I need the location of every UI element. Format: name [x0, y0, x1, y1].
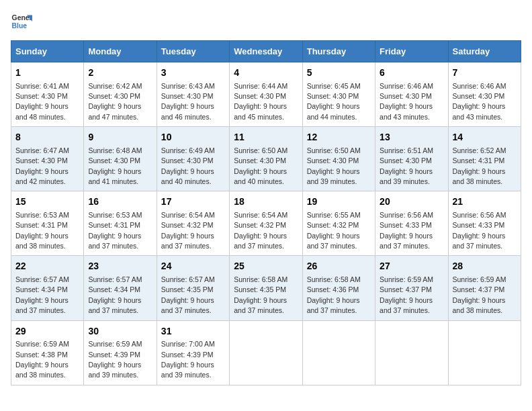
cell-info-line: Sunset: 4:30 PM: [15, 156, 68, 165]
cell-info-line: Daylight: 9 hours: [161, 361, 214, 369]
cell-info-line: and 37 minutes.: [88, 242, 138, 250]
cell-info-line: Sunset: 4:30 PM: [15, 92, 68, 100]
calendar-cell: 9Sunrise: 6:48 AMSunset: 4:30 PMDaylight…: [84, 127, 157, 191]
cell-info-line: Daylight: 9 hours: [161, 232, 214, 240]
calendar-cell: [448, 320, 521, 385]
calendar-cell: 23Sunrise: 6:57 AMSunset: 4:34 PMDayligh…: [84, 256, 157, 320]
calendar-cell: 17Sunrise: 6:54 AMSunset: 4:32 PMDayligh…: [157, 191, 229, 256]
calendar-cell: 29Sunrise: 6:59 AMSunset: 4:38 PMDayligh…: [11, 320, 84, 385]
cell-info-line: Sunset: 4:32 PM: [161, 221, 214, 229]
cell-info-line: Sunrise: 6:54 AM: [234, 211, 287, 219]
cell-info-line: and 39 minutes.: [380, 177, 430, 185]
cell-info-line: and 37 minutes.: [88, 306, 138, 314]
cell-info-line: Daylight: 9 hours: [161, 296, 214, 304]
cell-info-line: Sunset: 4:31 PM: [453, 156, 505, 165]
cell-info-line: and 41 minutes.: [88, 177, 138, 185]
cell-info-line: Sunset: 4:33 PM: [453, 221, 505, 229]
day-number: 22: [15, 260, 79, 273]
cell-info-line: and 48 minutes.: [15, 113, 66, 121]
cell-info-line: Sunrise: 6:50 AM: [307, 146, 361, 154]
cell-info-line: Sunrise: 7:00 AM: [161, 340, 215, 348]
cell-info-line: Sunrise: 6:54 AM: [161, 211, 215, 219]
cell-info-line: Daylight: 9 hours: [234, 167, 287, 175]
cell-info-line: and 43 minutes.: [380, 113, 430, 121]
cell-info-line: Sunrise: 6:51 AM: [380, 146, 433, 154]
cell-info-line: Daylight: 9 hours: [88, 361, 141, 369]
cell-info-line: Daylight: 9 hours: [88, 102, 141, 110]
day-number: 12: [307, 131, 371, 144]
day-number: 4: [234, 66, 298, 80]
logo-icon: General Blue: [11, 11, 32, 32]
day-number: 13: [380, 131, 443, 144]
cell-info-line: Sunrise: 6:57 AM: [15, 275, 69, 283]
cell-info-line: and 37 minutes.: [307, 242, 357, 250]
calendar-cell: 21Sunrise: 6:56 AMSunset: 4:33 PMDayligh…: [448, 191, 521, 256]
day-number: 14: [453, 131, 517, 144]
day-number: 21: [453, 195, 517, 209]
cell-info-line: and 40 minutes.: [161, 177, 212, 185]
calendar-cell: 6Sunrise: 6:46 AMSunset: 4:30 PMDaylight…: [375, 62, 448, 127]
day-number: 27: [380, 260, 443, 273]
day-number: 10: [161, 131, 225, 144]
calendar-cell: 13Sunrise: 6:51 AMSunset: 4:30 PMDayligh…: [375, 127, 448, 191]
cell-info-line: Daylight: 9 hours: [307, 102, 360, 110]
cell-info-line: Daylight: 9 hours: [453, 167, 506, 175]
week-row-5: 29Sunrise: 6:59 AMSunset: 4:38 PMDayligh…: [11, 320, 521, 385]
header-cell-tuesday: Tuesday: [157, 41, 229, 62]
cell-info-line: Sunrise: 6:56 AM: [380, 211, 433, 219]
cell-info-line: Sunrise: 6:55 AM: [307, 211, 361, 219]
header-cell-saturday: Saturday: [448, 41, 521, 62]
header-row: SundayMondayTuesdayWednesdayThursdayFrid…: [11, 41, 521, 62]
cell-info-line: Sunrise: 6:45 AM: [307, 82, 361, 90]
cell-info-line: Sunrise: 6:52 AM: [453, 146, 506, 154]
calendar-cell: 27Sunrise: 6:59 AMSunset: 4:37 PMDayligh…: [375, 256, 448, 320]
cell-info-line: and 37 minutes.: [453, 242, 503, 250]
week-row-1: 1Sunrise: 6:41 AMSunset: 4:30 PMDaylight…: [11, 62, 521, 127]
cell-info-line: Sunrise: 6:59 AM: [380, 275, 433, 283]
cell-info-line: Daylight: 9 hours: [380, 232, 433, 240]
cell-info-line: Sunset: 4:36 PM: [307, 285, 359, 293]
cell-info-line: Sunset: 4:30 PM: [380, 156, 432, 165]
cell-info-line: Sunrise: 6:58 AM: [234, 275, 287, 283]
cell-info-line: Sunset: 4:30 PM: [307, 92, 359, 100]
cell-info-line: Daylight: 9 hours: [15, 167, 69, 175]
cell-info-line: Sunset: 4:30 PM: [88, 156, 140, 165]
calendar-table: SundayMondayTuesdayWednesdayThursdayFrid…: [11, 40, 521, 385]
calendar-cell: 1Sunrise: 6:41 AMSunset: 4:30 PMDaylight…: [11, 62, 84, 127]
day-number: 2: [88, 66, 152, 80]
cell-info-line: and 37 minutes.: [15, 306, 66, 314]
day-number: 6: [380, 66, 443, 80]
cell-info-line: Daylight: 9 hours: [234, 232, 287, 240]
calendar-cell: 4Sunrise: 6:44 AMSunset: 4:30 PMDaylight…: [230, 62, 302, 127]
cell-info-line: Daylight: 9 hours: [88, 232, 141, 240]
calendar-cell: 25Sunrise: 6:58 AMSunset: 4:35 PMDayligh…: [230, 256, 302, 320]
cell-info-line: and 43 minutes.: [453, 113, 503, 121]
cell-info-line: Daylight: 9 hours: [15, 232, 69, 240]
cell-info-line: Sunset: 4:30 PM: [453, 92, 505, 100]
calendar-cell: 10Sunrise: 6:49 AMSunset: 4:30 PMDayligh…: [157, 127, 229, 191]
day-number: 5: [307, 66, 371, 80]
cell-info-line: Daylight: 9 hours: [453, 102, 506, 110]
cell-info-line: Sunrise: 6:47 AM: [15, 146, 69, 154]
cell-info-line: Sunrise: 6:58 AM: [307, 275, 361, 283]
day-number: 8: [15, 131, 79, 144]
cell-info-line: Sunrise: 6:53 AM: [15, 211, 69, 219]
day-number: 3: [161, 66, 225, 80]
calendar-cell: 16Sunrise: 6:53 AMSunset: 4:31 PMDayligh…: [84, 191, 157, 256]
cell-info-line: and 44 minutes.: [307, 113, 357, 121]
day-number: 19: [307, 195, 371, 209]
cell-info-line: Sunset: 4:39 PM: [161, 351, 214, 359]
cell-info-line: and 37 minutes.: [307, 306, 357, 314]
cell-info-line: Sunrise: 6:53 AM: [88, 211, 142, 219]
calendar-cell: 14Sunrise: 6:52 AMSunset: 4:31 PMDayligh…: [448, 127, 521, 191]
cell-info-line: Sunset: 4:39 PM: [88, 351, 140, 359]
cell-info-line: Sunset: 4:35 PM: [161, 285, 214, 293]
cell-info-line: Sunset: 4:30 PM: [161, 92, 214, 100]
cell-info-line: and 46 minutes.: [161, 113, 212, 121]
calendar-cell: [230, 320, 302, 385]
calendar-cell: 24Sunrise: 6:57 AMSunset: 4:35 PMDayligh…: [157, 256, 229, 320]
day-number: 17: [161, 195, 225, 209]
cell-info-line: Sunrise: 6:43 AM: [161, 82, 215, 90]
cell-info-line: Sunset: 4:30 PM: [380, 92, 432, 100]
cell-info-line: and 40 minutes.: [234, 177, 284, 185]
